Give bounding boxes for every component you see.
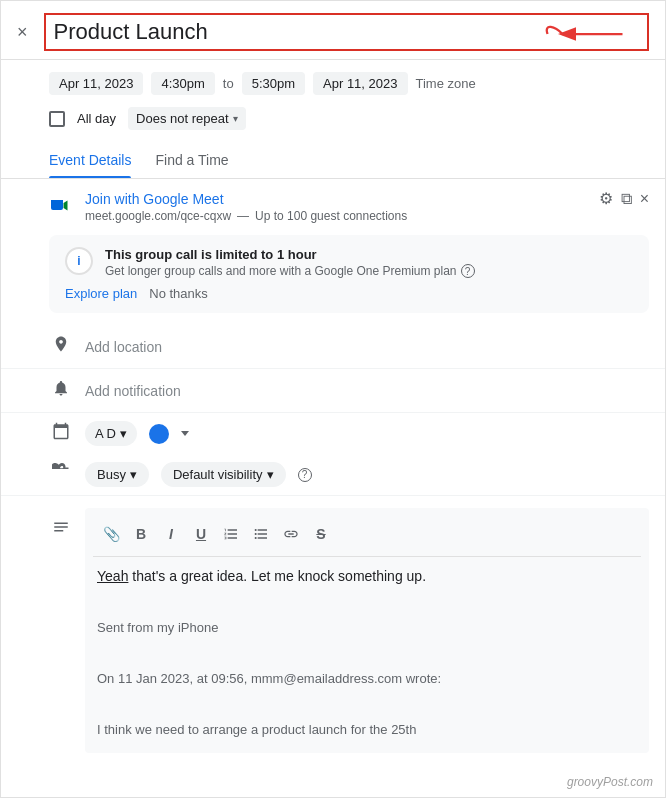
calendar-row: A D ▾ bbox=[1, 413, 665, 454]
ordered-list-button[interactable] bbox=[217, 520, 245, 548]
notification-icon bbox=[49, 379, 73, 402]
end-date-chip[interactable]: Apr 11, 2023 bbox=[313, 72, 407, 95]
description-content: Yeah that's a great idea. Let me knock s… bbox=[93, 557, 641, 745]
desc-spacer-2 bbox=[97, 639, 637, 661]
start-time-chip[interactable]: 4:30pm bbox=[151, 72, 214, 95]
formatting-toolbar: 📎 B I U S bbox=[93, 516, 641, 557]
banner-text: This group call is limited to 1 hour Get… bbox=[105, 247, 633, 278]
location-icon bbox=[49, 335, 73, 358]
banner-info-icon: i bbox=[65, 247, 93, 275]
busy-chevron-icon: ▾ bbox=[130, 467, 137, 482]
desc-spacer-3 bbox=[97, 690, 637, 712]
meet-copy-icon[interactable]: ⧉ bbox=[621, 191, 632, 207]
italic-button[interactable]: I bbox=[157, 520, 185, 548]
header: × Product Launch bbox=[1, 1, 665, 60]
start-date-chip[interactable]: Apr 11, 2023 bbox=[49, 72, 143, 95]
watermark: groovyPost.com bbox=[567, 775, 653, 789]
status-row: Busy ▾ Default visibility ▾ ? bbox=[1, 454, 665, 496]
tab-find-a-time[interactable]: Find a Time bbox=[155, 142, 228, 178]
bold-button[interactable]: B bbox=[127, 520, 155, 548]
calendar-dropdown-chevron-icon: ▾ bbox=[120, 426, 127, 441]
color-chevron-icon[interactable] bbox=[181, 431, 189, 436]
yeah-text: Yeah bbox=[97, 568, 128, 584]
visibility-label: Default visibility bbox=[173, 467, 263, 482]
time-separator: to bbox=[223, 76, 234, 91]
desc-line-1-rest: that's a great idea. Let me knock someth… bbox=[128, 568, 426, 584]
description-section: 📎 B I U S Yeah that's a gr bbox=[1, 496, 665, 765]
meet-section: Join with Google Meet meet.google.com/qc… bbox=[1, 179, 665, 235]
color-picker-dot[interactable] bbox=[149, 424, 169, 444]
group-call-banner: i This group call is limited to 1 hour G… bbox=[49, 235, 649, 313]
repeat-label: Does not repeat bbox=[136, 111, 229, 126]
repeat-chevron-icon: ▾ bbox=[233, 113, 238, 124]
banner-title: This group call is limited to 1 hour bbox=[105, 247, 633, 262]
unordered-list-button[interactable] bbox=[247, 520, 275, 548]
allday-row: All day Does not repeat ▾ bbox=[1, 107, 665, 142]
description-box[interactable]: 📎 B I U S Yeah that's a gr bbox=[85, 508, 649, 753]
modal: × Product Launch Apr 11, 2023 4:30pm to … bbox=[0, 0, 666, 798]
tab-event-details[interactable]: Event Details bbox=[49, 142, 131, 178]
visibility-chevron-icon: ▾ bbox=[267, 467, 274, 482]
meet-content: Join with Google Meet meet.google.com/qc… bbox=[85, 191, 587, 223]
description-icon bbox=[49, 518, 73, 540]
banner-inner: i This group call is limited to 1 hour G… bbox=[65, 247, 633, 278]
meet-subtitle: meet.google.com/qce-cqxw — Up to 100 gue… bbox=[85, 209, 587, 223]
calendar-dropdown[interactable]: A D ▾ bbox=[85, 421, 137, 446]
visibility-help-icon[interactable]: ? bbox=[298, 468, 312, 482]
meet-url: meet.google.com/qce-cqxw bbox=[85, 209, 231, 223]
content-area: Join with Google Meet meet.google.com/qc… bbox=[1, 179, 665, 765]
no-thanks-link[interactable]: No thanks bbox=[149, 286, 208, 301]
google-meet-icon bbox=[49, 193, 73, 217]
meet-url-sep: — bbox=[237, 209, 249, 223]
strikethrough-button[interactable]: S bbox=[307, 520, 335, 548]
desc-spacer bbox=[97, 587, 637, 609]
help-icon[interactable]: ? bbox=[461, 264, 475, 278]
close-button[interactable]: × bbox=[17, 23, 28, 41]
location-row[interactable]: Add location bbox=[1, 325, 665, 369]
date-row: Apr 11, 2023 4:30pm to 5:30pm Apr 11, 20… bbox=[1, 60, 665, 107]
calendar-icon bbox=[49, 422, 73, 445]
desc-message: I think we need to arrange a product lau… bbox=[97, 720, 637, 741]
underline-button[interactable]: U bbox=[187, 520, 215, 548]
meet-close-icon[interactable]: × bbox=[640, 191, 649, 207]
banner-subtitle: Get longer group calls and more with a G… bbox=[105, 264, 633, 278]
allday-checkbox[interactable] bbox=[49, 111, 65, 127]
busy-label: Busy bbox=[97, 467, 126, 482]
meet-actions: ⚙ ⧉ × bbox=[599, 191, 649, 207]
location-input[interactable]: Add location bbox=[85, 339, 649, 355]
meet-settings-icon[interactable]: ⚙ bbox=[599, 191, 613, 207]
explore-plan-link[interactable]: Explore plan bbox=[65, 286, 137, 301]
tabs-row: Event Details Find a Time bbox=[1, 142, 665, 179]
meet-guest-limit: Up to 100 guest connections bbox=[255, 209, 407, 223]
end-time-chip[interactable]: 5:30pm bbox=[242, 72, 305, 95]
link-button[interactable] bbox=[277, 520, 305, 548]
visibility-dropdown[interactable]: Default visibility ▾ bbox=[161, 462, 286, 487]
attach-button[interactable]: 📎 bbox=[97, 520, 125, 548]
calendar-label: A D bbox=[95, 426, 116, 441]
timezone-link[interactable]: Time zone bbox=[416, 76, 476, 91]
desc-sent-from: Sent from my iPhone bbox=[97, 618, 637, 639]
meet-join-link[interactable]: Join with Google Meet bbox=[85, 191, 587, 207]
notification-row[interactable]: Add notification bbox=[1, 369, 665, 413]
arrow-annotation bbox=[535, 19, 635, 49]
repeat-dropdown[interactable]: Does not repeat ▾ bbox=[128, 107, 246, 130]
banner-links: Explore plan No thanks bbox=[65, 286, 633, 301]
status-icon bbox=[49, 463, 73, 486]
busy-dropdown[interactable]: Busy ▾ bbox=[85, 462, 149, 487]
notification-input[interactable]: Add notification bbox=[85, 383, 649, 399]
allday-label: All day bbox=[77, 111, 116, 126]
desc-line-1: Yeah that's a great idea. Let me knock s… bbox=[97, 565, 637, 587]
desc-on-line: On 11 Jan 2023, at 09:56, mmm@emailaddre… bbox=[97, 669, 637, 690]
